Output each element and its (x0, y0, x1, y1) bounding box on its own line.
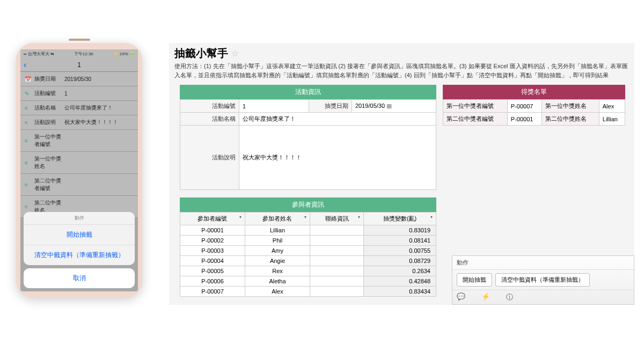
cell-rand: 0.2634 (364, 266, 436, 276)
activity-table: 活動編號 1 抽獎日期 2019/05/30 ▦ 活動名稱 公司年度抽獎來了！ … (180, 99, 436, 190)
participants-header: 參與者資訊 (180, 197, 436, 212)
row-icon: ≡ (25, 160, 31, 166)
row-label: 第一位中獎姓名 (34, 155, 64, 170)
column-header[interactable]: 聯絡資訊▾ (310, 213, 363, 225)
table-row: 第一位中獎者編號 P-00007 第一位中獎姓名 Alex (443, 100, 625, 113)
column-header[interactable]: 參加者姓名▾ (245, 213, 310, 225)
left-panel: 活動資訊 活動編號 1 抽獎日期 2019/05/30 ▦ 活動名稱 公司年度抽… (180, 85, 436, 297)
phone-screen: •• 台灣大哥大 ⇆ 下午12:36 ⚡ 19% 🔋 ‹ 1 📅 抽獎日期 20… (20, 49, 138, 291)
row-label: 第二位中獎者編號 (34, 177, 64, 192)
table-row[interactable]: P-00004 Angie 0.08729 (180, 256, 436, 266)
cell-id: P-00006 (180, 276, 245, 287)
form-list: 📅 抽獎日期 2019/05/30✎ 活動編號 1≡ 活動名稱 公司年度抽獎來了… (20, 72, 138, 218)
column-header[interactable]: 參加者編號▾ (180, 213, 245, 225)
activity-header: 活動資訊 (180, 85, 436, 99)
table-row[interactable]: P-00007 Alex 0.83434 (180, 287, 436, 297)
winner-name-value: Lillian (599, 113, 625, 126)
cell-rand: 0.00755 (364, 246, 436, 256)
info-icon[interactable]: ⓘ (506, 292, 513, 302)
cell-rand: 0.42848 (364, 276, 436, 287)
sheet-header: 動作 (24, 212, 135, 225)
clock-label: 下午12:36 (74, 51, 93, 57)
activity-date-label: 抽獎日期 (309, 100, 352, 113)
activity-desc-value[interactable]: 祝大家中大獎！！！！ (239, 126, 436, 190)
cell-name: Phil (245, 236, 310, 246)
winners-header: 得獎名單 (443, 85, 625, 99)
page-title-text: 抽籤小幫手 (174, 46, 228, 61)
cell-id: P-00004 (180, 256, 245, 266)
cell-name: Amy (245, 246, 310, 256)
cell-name: Aletha (245, 276, 310, 287)
star-icon[interactable]: ☆ (231, 48, 239, 58)
chevron-down-icon[interactable]: ▾ (430, 215, 433, 219)
cell-contact (310, 256, 363, 266)
cell-rand: 0.83434 (364, 287, 436, 297)
chevron-down-icon[interactable]: ▾ (358, 215, 360, 219)
cell-id: P-00005 (180, 266, 245, 276)
right-panel: 得獎名單 第一位中獎者編號 P-00007 第一位中獎姓名 Alex第二位中獎者… (443, 85, 625, 126)
winner-id-label: 第一位中獎者編號 (443, 100, 507, 113)
chevron-down-icon[interactable]: ▾ (304, 215, 306, 219)
table-row: 第二位中獎者編號 P-00001 第二位中獎姓名 Lillian (443, 113, 625, 126)
chevron-down-icon[interactable]: ▾ (239, 215, 241, 219)
row-icon: ≡ (25, 120, 31, 126)
winners-table: 第一位中獎者編號 P-00007 第一位中獎姓名 Alex第二位中獎者編號 P-… (443, 99, 625, 126)
row-value: 1 (64, 91, 68, 97)
form-row[interactable]: ≡ 第一位中獎者編號 (20, 130, 138, 152)
table-row[interactable]: P-00002 Phil 0.08141 (180, 236, 436, 246)
cell-rand: 0.08141 (364, 236, 436, 246)
cell-id: P-00003 (180, 246, 245, 256)
table-row[interactable]: P-00005 Rex 0.2634 (180, 266, 436, 276)
activity-id-label: 活動編號 (180, 100, 239, 113)
chat-icon[interactable]: 💬 (457, 292, 465, 302)
cell-contact (310, 225, 363, 236)
winner-name-label: 第二位中獎姓名 (542, 113, 599, 126)
cell-name: Alex (245, 287, 310, 297)
actionbar-title: 動作 (452, 256, 634, 270)
winner-id-value: P-00001 (507, 113, 542, 126)
table-row[interactable]: P-00001 Lillian 0.83019 (180, 225, 436, 236)
battery-label: ⚡ 19% 🔋 (113, 52, 135, 56)
activity-date-value[interactable]: 2019/05/30 ▦ (352, 100, 436, 113)
sheet-cancel[interactable]: 取消 (24, 268, 135, 288)
clear-draw-button[interactable]: 清空中籤資料（準備重新抽籤） (495, 273, 590, 287)
cell-contact (310, 266, 363, 276)
cell-contact (310, 236, 363, 246)
cell-rand: 0.08729 (364, 256, 436, 266)
nav-title: 1 (77, 61, 81, 69)
calendar-icon[interactable]: ▦ (386, 102, 392, 109)
back-button[interactable]: ‹ (24, 60, 26, 70)
bolt-icon[interactable]: ⚡ (481, 292, 490, 302)
start-draw-button[interactable]: 開始抽籤 (457, 273, 492, 287)
sheet-option-start[interactable]: 開始抽籤 (24, 225, 135, 245)
winner-id-value: P-00007 (507, 100, 542, 113)
cell-name: Lillian (245, 225, 310, 236)
table-row[interactable]: P-00006 Aletha 0.42848 (180, 276, 436, 287)
row-icon: ≡ (25, 138, 31, 144)
form-row[interactable]: ≡ 活動說明 祝大家中大獎！！！！ (20, 115, 138, 130)
phone-speaker (69, 39, 90, 41)
form-row[interactable]: ✎ 活動編號 1 (20, 86, 138, 101)
sheet-option-clear[interactable]: 清空中籤資料（準備重新抽籤） (24, 245, 135, 265)
row-label: 抽獎日期 (34, 75, 64, 83)
row-value: 祝大家中大獎！！！！ (64, 119, 118, 126)
row-label: 活動名稱 (34, 104, 64, 112)
activity-name-value[interactable]: 公司年度抽獎來了！ (239, 113, 436, 126)
cell-contact (310, 287, 363, 297)
nav-bar: ‹ 1 (20, 58, 138, 72)
page-title: 抽籤小幫手 ☆ (169, 43, 634, 62)
cell-id: P-00002 (180, 236, 245, 246)
row-icon: ≡ (25, 105, 31, 111)
winner-id-label: 第二位中獎者編號 (443, 113, 507, 126)
activity-id-value[interactable]: 1 (239, 100, 309, 113)
form-row[interactable]: ≡ 第一位中獎姓名 (20, 152, 138, 174)
form-row[interactable]: ≡ 活動名稱 公司年度抽獎來了！ (20, 101, 138, 115)
column-header[interactable]: 抽獎變數(亂)▾ (364, 213, 436, 225)
cell-name: Angie (245, 256, 310, 266)
form-row[interactable]: 📅 抽獎日期 2019/05/30 (20, 72, 138, 86)
activity-desc-label: 活動說明 (180, 126, 239, 190)
form-row[interactable]: ≡ 第二位中獎者編號 (20, 174, 138, 196)
action-sheet: 動作 開始抽籤 清空中籤資料（準備重新抽籤） 取消 (20, 209, 138, 291)
row-label: 第一位中獎者編號 (34, 133, 64, 148)
table-row[interactable]: P-00003 Amy 0.00755 (180, 246, 436, 256)
